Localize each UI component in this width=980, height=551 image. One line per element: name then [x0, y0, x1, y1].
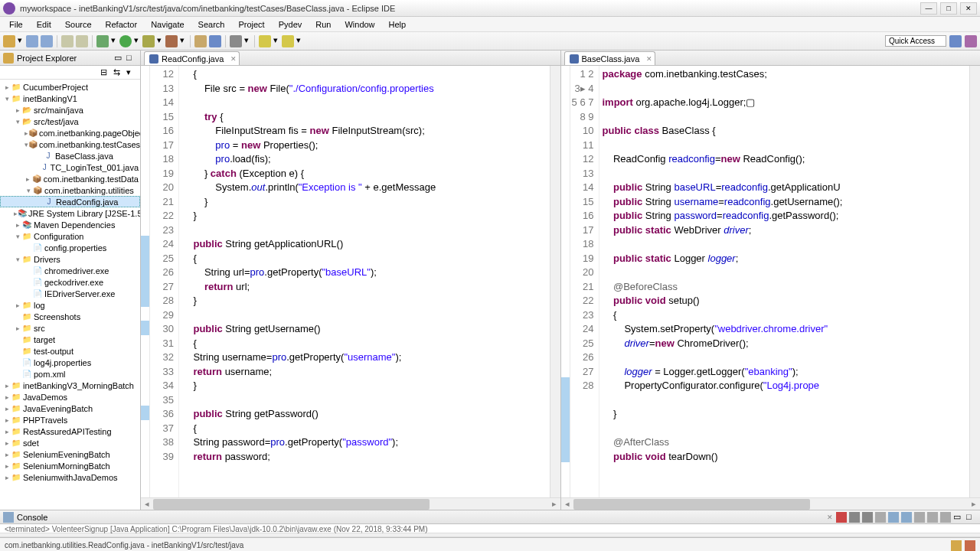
- project-explorer: Project Explorer ▭ □ ⊟ ⇆ ▾ ▸📁CucumberPro…: [0, 51, 141, 510]
- code-area-left[interactable]: 12 13 14 15 16 17 18 19 20 21 22 23 24 2…: [141, 66, 560, 497]
- tree-item[interactable]: 📄chromedriver.exe: [0, 265, 140, 276]
- menu-pydev[interactable]: Pydev: [273, 18, 309, 31]
- tree-item[interactable]: ▸📁CucumberProject: [0, 81, 140, 93]
- remove-all-icon[interactable]: [862, 512, 873, 523]
- word-wrap-icon[interactable]: [901, 512, 912, 523]
- tree-item[interactable]: 📄pom.xml: [0, 368, 140, 380]
- close-console-icon[interactable]: ✕: [827, 514, 833, 521]
- perspective-debug-icon[interactable]: [965, 35, 977, 47]
- tree-item[interactable]: 📄config.properties: [0, 242, 140, 253]
- tree-item[interactable]: ▸📁PHPTravels: [0, 414, 140, 425]
- tree-item[interactable]: ▸📁SeleniumwithJavaDemos: [0, 471, 140, 483]
- maximize-button[interactable]: □: [940, 2, 957, 15]
- coverage-icon[interactable]: [142, 35, 155, 47]
- tree-item[interactable]: JTC_LoginTest_001.java: [0, 161, 140, 173]
- menu-refactor[interactable]: Refactor: [100, 18, 144, 31]
- save-icon[interactable]: [26, 35, 38, 47]
- close-tab-icon[interactable]: ✕: [230, 55, 237, 63]
- minimize-view-icon[interactable]: ▭: [114, 53, 125, 64]
- run-icon[interactable]: [119, 35, 132, 47]
- menu-edit[interactable]: Edit: [31, 18, 57, 31]
- menu-file[interactable]: File: [3, 18, 29, 31]
- external-tools-icon[interactable]: [165, 35, 178, 47]
- menu-run[interactable]: Run: [309, 18, 337, 31]
- tree-item[interactable]: ▸📚JRE System Library [J2SE-1.5]: [0, 207, 140, 219]
- tree-item[interactable]: ▸📁SeleniumMorningBatch: [0, 460, 140, 471]
- maximize-console-icon[interactable]: □: [966, 512, 977, 523]
- tree-item[interactable]: 📄geckodriver.exe: [0, 276, 140, 288]
- open-console-icon[interactable]: [940, 512, 951, 523]
- tree-item[interactable]: ▸📁JavaEveningBatch: [0, 403, 140, 414]
- terminate-icon[interactable]: [836, 512, 847, 523]
- tree-item[interactable]: 📁Screenshots: [0, 311, 140, 322]
- vscroll-right[interactable]: [969, 66, 980, 497]
- tree-item[interactable]: ▾📂src/test/java: [0, 116, 140, 127]
- tree-item[interactable]: ▸📁sdet: [0, 437, 140, 448]
- hscroll-right[interactable]: ◂▸: [561, 497, 981, 510]
- tree-item[interactable]: ▾📦com.inetbanking.testCases: [0, 139, 140, 150]
- new-package-icon[interactable]: [194, 35, 207, 47]
- save-all-icon[interactable]: [41, 35, 53, 47]
- status-icon: [951, 540, 962, 551]
- clear-console-icon[interactable]: [875, 512, 886, 523]
- tree-item[interactable]: ▸📁RestAssuredAPITesting: [0, 425, 140, 437]
- tree-item[interactable]: ▸📁src: [0, 322, 140, 334]
- tree-item[interactable]: ▸📁log: [0, 299, 140, 311]
- tree-item[interactable]: ▸📂src/main/java: [0, 104, 140, 116]
- tree-item[interactable]: ▸📦com.inetbanking.pageObjects: [0, 127, 140, 139]
- collapse-all-icon[interactable]: ⊟: [100, 67, 111, 78]
- tree-item[interactable]: ▾📦com.inetbanking.utilities: [0, 184, 140, 196]
- code-area-right[interactable]: 1 2 3▸ 4 5 6 7 8 9 10 11 12 13 14 15 16 …: [561, 66, 981, 497]
- menu-project[interactable]: Project: [232, 18, 270, 31]
- tree-item[interactable]: ▾📁inetBankingV1: [0, 93, 140, 104]
- tree-item[interactable]: ▸📦com.inetbanking.testData: [0, 173, 140, 184]
- new-icon[interactable]: [3, 35, 15, 47]
- minimize-console-icon[interactable]: ▭: [953, 512, 964, 523]
- close-tab-icon[interactable]: ✕: [646, 55, 652, 63]
- display-selected-icon[interactable]: [927, 512, 938, 523]
- tree-item[interactable]: 📄IEDriverServer.exe: [0, 288, 140, 299]
- forward-icon[interactable]: [282, 35, 294, 47]
- link-editor-icon[interactable]: ⇆: [113, 67, 124, 78]
- scroll-lock-icon[interactable]: [888, 512, 899, 523]
- view-menu-icon[interactable]: ▾: [126, 67, 137, 78]
- tree-item[interactable]: JBaseClass.java: [0, 150, 140, 161]
- perspective-java-icon[interactable]: [949, 35, 962, 47]
- tree-item[interactable]: 📁target: [0, 334, 140, 345]
- undo-icon[interactable]: [61, 35, 74, 47]
- tab-baseclass[interactable]: BaseClass.java ✕: [564, 51, 656, 65]
- tab-readconfig[interactable]: ReadConfig.java ✕: [144, 51, 240, 65]
- tree-item[interactable]: ▸📁inetBankingV3_MorningBatch: [0, 380, 140, 391]
- tree-item[interactable]: ▾📁Drivers: [0, 253, 140, 265]
- hscroll-left[interactable]: ◂▸: [141, 497, 560, 510]
- tree-item[interactable]: 📁test-output: [0, 345, 140, 357]
- minimize-button[interactable]: —: [920, 2, 937, 15]
- close-button[interactable]: ✕: [960, 2, 977, 15]
- tree-item[interactable]: 📄log4j.properties: [0, 357, 140, 368]
- status-bar: com.inetbanking.utilities.ReadConfig.jav…: [0, 537, 980, 551]
- menu-help[interactable]: Help: [383, 18, 413, 31]
- tree-item[interactable]: ▸📚Maven Dependencies: [0, 219, 140, 230]
- window-titlebar: myworkspace - inetBankingV1/src/test/jav…: [0, 0, 980, 17]
- tree-item[interactable]: JReadConfig.java: [0, 196, 140, 207]
- tree-item[interactable]: ▸📁JavaDemos: [0, 391, 140, 403]
- remove-launch-icon[interactable]: [849, 512, 860, 523]
- quick-access-input[interactable]: [885, 35, 946, 47]
- menu-source[interactable]: Source: [59, 18, 98, 31]
- tree-item[interactable]: ▸📁SeleniumEveningBatch: [0, 448, 140, 460]
- redo-icon[interactable]: [76, 35, 88, 47]
- tree-item[interactable]: ▾📁Configuration: [0, 230, 140, 242]
- back-icon[interactable]: [259, 35, 271, 47]
- java-file-icon: [149, 54, 158, 64]
- search-icon[interactable]: [230, 35, 242, 47]
- menu-search[interactable]: Search: [192, 18, 231, 31]
- new-class-icon[interactable]: [209, 35, 221, 47]
- pin-console-icon[interactable]: [914, 512, 925, 523]
- vscroll-left[interactable]: [550, 66, 560, 497]
- debug-icon[interactable]: [96, 35, 109, 47]
- menu-navigate[interactable]: Navigate: [145, 18, 190, 31]
- project-tree[interactable]: ▸📁CucumberProject▾📁inetBankingV1▸📂src/ma…: [0, 80, 140, 510]
- menu-window[interactable]: Window: [338, 18, 381, 31]
- maximize-view-icon[interactable]: □: [126, 53, 137, 64]
- tab-label: BaseClass.java: [582, 54, 640, 64]
